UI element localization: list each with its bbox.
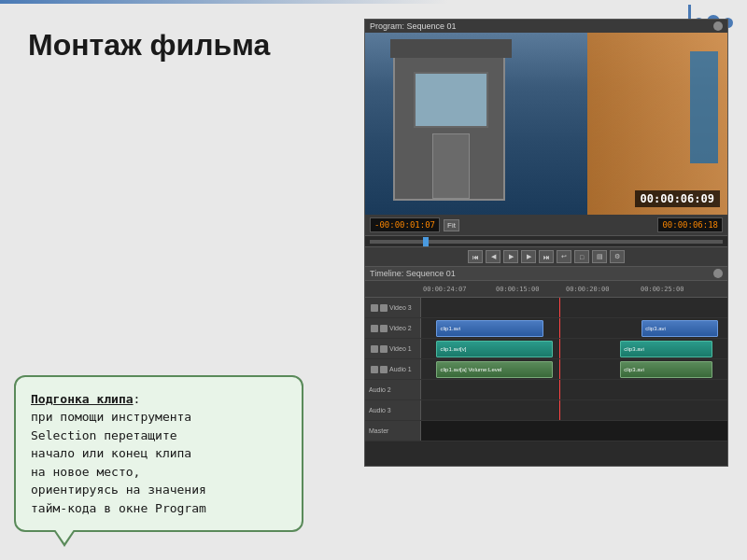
timecode-overlay: 00:00:06:09 <box>635 190 720 207</box>
bubble-title: Подгонка клипа <box>31 392 134 406</box>
track-label-video2: Video 2 <box>365 318 421 338</box>
scrubber-thumb[interactable] <box>423 237 429 246</box>
bubble-body: : при помощи инструмента Selection перет… <box>31 392 206 515</box>
transport-top-bar: -00:00:01:07 Fit 00:00:06:18 <box>365 215 727 236</box>
timeline-ruler: 00:00:24:07 00:00:15:00 00:00:20:00 00:0… <box>365 281 727 298</box>
track-content-audio1[interactable]: clip1.avi[a] Volume:Level clip3.avi <box>421 359 727 379</box>
btn-play[interactable]: ▶ <box>503 250 518 263</box>
track-video3: Video 3 <box>365 298 727 318</box>
btn-to-start[interactable]: ⏮ <box>468 250 483 263</box>
page-container: Монтаж фильма Program: Sequence 01 00:00… <box>0 0 747 560</box>
scrubber-track[interactable] <box>370 240 723 244</box>
title-accent <box>0 0 747 4</box>
ruler-time-3: 00:00:25:00 <box>641 286 684 293</box>
track-video2: Video 2 clip1.avi clip3.avi <box>365 318 727 339</box>
monitor-title-text: Program: Sequence 01 <box>370 21 457 31</box>
editor-area: Program: Sequence 01 00:00:06:09 -00:00:… <box>364 19 728 467</box>
video-preview: 00:00:06:09 <box>365 33 727 215</box>
btn-to-end[interactable]: ⏭ <box>539 250 554 263</box>
track-label-video1: Video 1 <box>365 339 421 358</box>
video-booth <box>393 42 505 201</box>
speech-bubble: Подгонка клипа: при помощи инструмента S… <box>14 375 303 533</box>
video-booth-window <box>414 72 488 128</box>
ruler-time-current: 00:00:24:07 <box>423 286 466 293</box>
ruler-time-2: 00:00:20:00 <box>566 286 609 293</box>
video-booth-roof <box>390 39 512 58</box>
clip-audio1-1[interactable]: clip1.avi[a] Volume:Level <box>436 361 553 378</box>
track-content-video2[interactable]: clip1.avi clip3.avi <box>421 318 727 338</box>
track-video1: Video 1 clip1.avi[v] clip3.avi <box>365 339 727 359</box>
track-content-video1[interactable]: clip1.avi[v] clip3.avi <box>421 339 727 358</box>
video-booth-door <box>432 133 470 199</box>
track-content-video3[interactable] <box>421 298 727 317</box>
clip-video2-2[interactable]: clip3.avi <box>641 320 718 337</box>
track-audio1: Audio 1 clip1.avi[a] Volume:Level clip3.… <box>365 359 727 380</box>
btn-output[interactable]: ▤ <box>592 250 607 263</box>
clip-video2-1[interactable]: clip1.avi <box>436 320 543 337</box>
page-title: Монтаж фильма <box>28 28 270 63</box>
timeline-tracks: Video 3 Video 2 clip1.avi <box>365 298 727 441</box>
timecode-left: -00:00:01:07 <box>370 217 440 232</box>
clip-video1-1[interactable]: clip1.avi[v] <box>436 341 553 357</box>
video-right-structure <box>587 33 727 215</box>
track-audio3: Audio 3 <box>365 400 727 421</box>
transport-buttons-bar: ⏮ ◀ ▶ ▶ ⏭ ↩ □ ▤ ⚙ <box>365 247 727 267</box>
track-label-audio2: Audio 2 <box>365 380 421 399</box>
track-content-audio3[interactable] <box>421 400 727 420</box>
btn-safe[interactable]: □ <box>574 250 589 263</box>
track-label-audio3: Audio 3 <box>365 400 421 420</box>
clip-video1-2[interactable]: clip3.avi <box>620 341 712 357</box>
ruler-time-1: 00:00:15:00 <box>496 286 539 293</box>
track-master: Master <box>365 421 727 441</box>
track-content-audio2[interactable] <box>421 380 727 399</box>
btn-step-fwd[interactable]: ▶ <box>521 250 536 263</box>
monitor-close-button[interactable] <box>713 21 723 31</box>
track-label-master: Master <box>365 421 421 441</box>
fit-dropdown[interactable]: Fit <box>444 219 459 231</box>
btn-settings[interactable]: ⚙ <box>610 250 625 263</box>
track-label-audio1: Audio 1 <box>365 359 421 379</box>
btn-loop[interactable]: ↩ <box>557 250 571 263</box>
track-content-master <box>421 421 727 441</box>
clip-audio1-2[interactable]: clip3.avi <box>620 361 712 378</box>
monitor-titlebar: Program: Sequence 01 <box>365 20 727 33</box>
video-right-detail <box>690 51 718 163</box>
timeline-close-button[interactable] <box>713 269 723 278</box>
timeline-titlebar: Timeline: Sequence 01 <box>365 267 727 281</box>
timecode-right: 00:00:06:18 <box>657 217 723 232</box>
scrubber-area[interactable] <box>365 236 727 247</box>
timeline-title-text: Timeline: Sequence 01 <box>370 269 456 278</box>
track-audio2: Audio 2 <box>365 380 727 400</box>
track-label-video3: Video 3 <box>365 298 421 317</box>
btn-step-back[interactable]: ◀ <box>486 250 500 263</box>
